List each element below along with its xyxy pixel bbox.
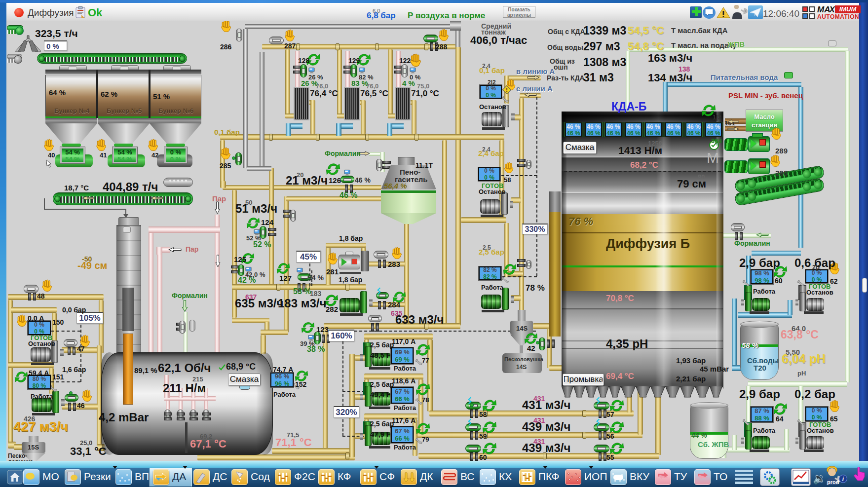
svg-text:!: ! xyxy=(506,87,508,93)
